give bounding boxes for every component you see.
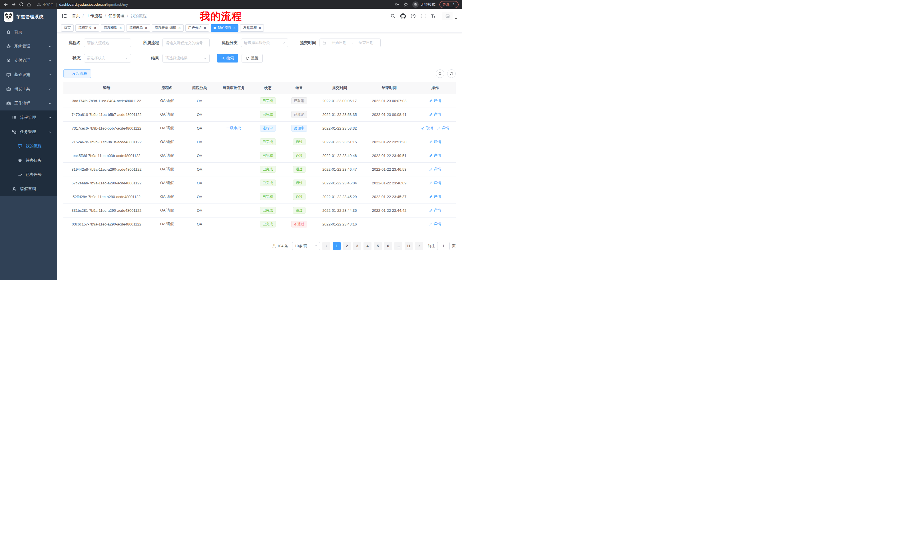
tab-close-icon[interactable]: ×	[204, 26, 206, 30]
page-button[interactable]: 3	[353, 242, 361, 250]
column-header: 结果	[283, 82, 315, 94]
toggle-search-button[interactable]	[436, 69, 444, 78]
detail-link[interactable]: 详情	[429, 208, 441, 213]
process-name-input[interactable]	[84, 39, 131, 47]
cell-result: 通过	[283, 149, 315, 162]
tab-item[interactable]: 流程模型×	[101, 24, 124, 32]
detail-link[interactable]: 详情	[429, 98, 441, 103]
status-select[interactable]: 请选择状态	[84, 54, 131, 63]
security-label: 不安全	[42, 2, 54, 7]
page-button[interactable]: 11	[405, 242, 412, 250]
page-button[interactable]: 4	[363, 242, 372, 250]
infrastructure-icon	[6, 72, 11, 77]
submit-time-range[interactable]: 开始日期 - 结束日期	[320, 39, 381, 47]
tab-label: 我的流程	[218, 25, 231, 30]
search-icon[interactable]	[390, 13, 396, 18]
refresh-table-button[interactable]	[447, 69, 456, 78]
forward-icon[interactable]	[11, 2, 16, 7]
user-menu[interactable]	[442, 12, 458, 20]
page-button[interactable]: …	[394, 242, 402, 250]
fullscreen-icon[interactable]	[421, 13, 426, 18]
sidebar-item[interactable]: 系统管理	[0, 39, 57, 53]
detail-link[interactable]: 详情	[429, 167, 441, 172]
url-bar[interactable]: 不安全 | dashboard.yudao.iocoder.cn/bpm/tas…	[37, 2, 392, 7]
tab-item[interactable]: 用户分组×	[185, 24, 209, 32]
prev-page-button[interactable]	[322, 242, 330, 250]
sidebar-item[interactable]: 工作流程	[0, 96, 57, 111]
next-page-button[interactable]	[415, 242, 423, 250]
sidebar-item[interactable]: 支付管理	[0, 53, 57, 67]
cancel-link[interactable]: 取消	[421, 126, 433, 131]
cell-result: 已取消	[283, 94, 315, 108]
detail-link[interactable]: 详情	[429, 139, 441, 144]
bookmark-star-icon[interactable]	[404, 2, 408, 7]
reset-button[interactable]: 重置	[242, 54, 263, 63]
result-select[interactable]: 请选择流结果	[162, 54, 210, 63]
font-size-icon[interactable]	[430, 13, 436, 18]
update-button[interactable]: 更新 ⋮	[440, 1, 459, 8]
reload-icon[interactable]	[19, 2, 24, 7]
avatar[interactable]	[442, 12, 453, 20]
sidebar-item[interactable]: 请假查询	[0, 182, 57, 196]
tab-item[interactable]: 我的流程×	[211, 24, 238, 32]
tab-close-icon[interactable]: ×	[145, 26, 147, 30]
process-def-input[interactable]	[162, 39, 210, 47]
tab-item[interactable]: 首页	[61, 24, 74, 32]
tab-label: 用户分组	[188, 25, 202, 30]
hamburger-icon[interactable]	[62, 13, 68, 19]
detail-link[interactable]: 详情	[429, 222, 441, 227]
cell-status: 已完成	[252, 204, 283, 217]
tab-close-icon[interactable]: ×	[119, 26, 122, 30]
sidebar-item[interactable]: 任务管理	[0, 125, 57, 139]
github-icon[interactable]	[400, 13, 406, 19]
page-button[interactable]: 1	[333, 242, 340, 250]
page-button[interactable]: 2	[343, 242, 351, 250]
tab-item[interactable]: 流程定义×	[75, 24, 99, 32]
result-tag: 通过	[293, 207, 306, 214]
filter-result: 结果 请选择流结果	[138, 54, 210, 63]
search-button[interactable]: 搜索	[217, 54, 238, 63]
tab-close-icon[interactable]: ×	[259, 26, 261, 30]
breadcrumb-item[interactable]: 工作流程	[86, 13, 102, 18]
category-select[interactable]: 请选择流程分类	[241, 39, 288, 47]
sidebar-item[interactable]: 待办任务	[0, 153, 57, 168]
sidebar-item[interactable]: 首页	[0, 25, 57, 39]
page-button[interactable]: 6	[384, 242, 392, 250]
sidebar-item[interactable]: 流程管理	[0, 111, 57, 125]
tab-close-icon[interactable]: ×	[94, 26, 96, 30]
detail-link[interactable]: 详情	[429, 194, 441, 199]
page-button[interactable]: 5	[374, 242, 382, 250]
detail-link[interactable]: 详情	[429, 180, 441, 186]
chevron-down-icon	[48, 45, 51, 48]
security-warning[interactable]: 不安全	[37, 2, 54, 7]
toolbox-icon	[6, 87, 11, 91]
tab-item[interactable]: 流程表单-编辑×	[152, 24, 184, 32]
goto-page-input[interactable]	[437, 242, 450, 250]
breadcrumb-item[interactable]: 任务管理	[108, 13, 124, 18]
sidebar-item[interactable]: 研发工具	[0, 82, 57, 96]
browser-menu-dots-icon[interactable]: ⋮	[452, 2, 456, 7]
tab-close-icon[interactable]: ×	[178, 26, 181, 30]
tab-item[interactable]: 流程表单×	[126, 24, 150, 32]
sidebar-item[interactable]: 已办任务	[0, 168, 57, 182]
start-process-button[interactable]: 发起流程	[63, 69, 91, 78]
back-icon[interactable]	[3, 2, 8, 7]
current-task-link[interactable]: 一级审批	[226, 126, 241, 130]
sidebar-item[interactable]: 基础设施	[0, 67, 57, 82]
cell-actions: 详情	[415, 135, 456, 149]
detail-link[interactable]: 详情	[437, 126, 449, 131]
cell-result: 不通过	[283, 217, 315, 231]
tab-close-icon[interactable]: ×	[233, 26, 236, 30]
detail-link[interactable]: 详情	[429, 153, 441, 158]
help-icon[interactable]	[411, 13, 416, 18]
cell-result: 通过	[283, 176, 315, 190]
home-icon[interactable]	[27, 2, 32, 7]
key-icon[interactable]	[394, 2, 399, 7]
edit-icon	[429, 195, 433, 198]
breadcrumb-item[interactable]: 首页	[72, 13, 80, 18]
detail-link[interactable]: 详情	[429, 112, 441, 117]
page-size-select[interactable]: 10条/页	[292, 242, 320, 250]
sidebar-item[interactable]: 我的流程	[0, 139, 57, 153]
logo-row[interactable]: 芋道管理系统	[0, 9, 57, 25]
tab-item[interactable]: 发起流程×	[240, 24, 264, 32]
